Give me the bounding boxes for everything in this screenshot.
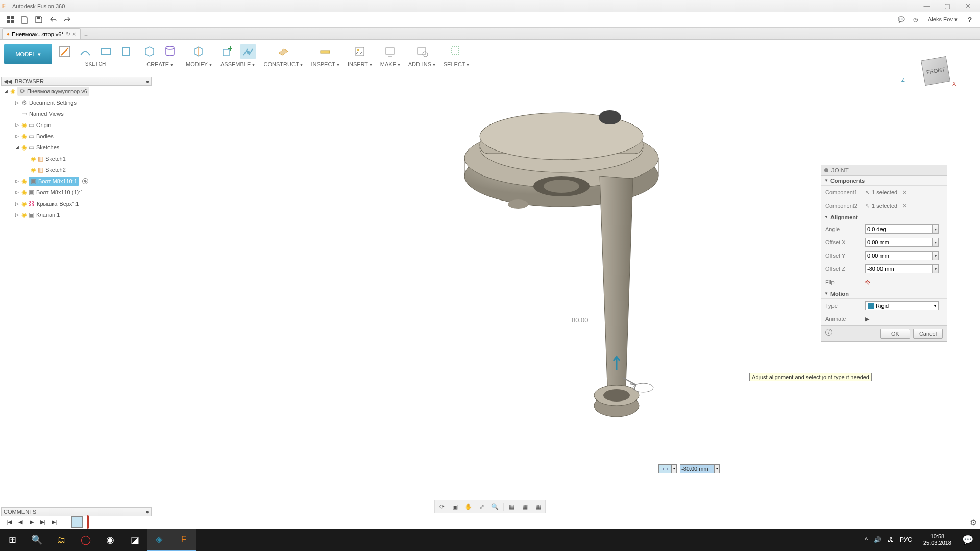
view-cube[interactable]: FRONT Z X [918, 56, 959, 97]
visibility-icon[interactable]: ◉ [21, 133, 27, 140]
inline-distance-field[interactable] [680, 464, 715, 473]
make-icon[interactable] [382, 44, 398, 59]
network-icon[interactable]: 🖧 [885, 536, 897, 543]
search-button[interactable]: 🔍 [24, 529, 49, 551]
user-menu[interactable]: Aleks Eov ▾ [923, 16, 963, 23]
window-close-button[interactable]: ✕ [958, 2, 978, 10]
app-icon-2[interactable]: ◈ [147, 529, 172, 551]
cancel-button[interactable]: Cancel [913, 329, 943, 339]
timeline-feature[interactable] [71, 516, 83, 528]
plane-icon[interactable] [276, 44, 291, 59]
offset-x-input[interactable] [865, 238, 933, 247]
help-icon[interactable]: ? [963, 13, 977, 27]
tree-item-origin[interactable]: Origin [36, 122, 51, 128]
taskbar-clock[interactable]: 10:58 25.03.2018 [919, 533, 955, 546]
expand-icon[interactable]: ▷ [14, 201, 19, 206]
expand-icon[interactable]: ▷ [14, 190, 19, 195]
tree-item-component[interactable]: Крышка"Верх":1 [37, 201, 79, 207]
tree-item-component[interactable]: ▣Болт М8х110:1 [29, 177, 79, 186]
measure-icon[interactable] [317, 44, 333, 59]
visibility-icon[interactable]: ◉ [21, 189, 27, 196]
spin-icon[interactable]: ▾ [933, 224, 939, 234]
file-menu-icon[interactable] [17, 13, 32, 27]
create-sketch-icon[interactable] [57, 44, 72, 59]
collapse-browser-icon[interactable]: ◀◀ [4, 78, 12, 85]
timeline-next-icon[interactable]: ▶| [39, 519, 47, 525]
rectangle-icon[interactable] [98, 44, 113, 59]
data-panel-icon[interactable] [3, 13, 17, 27]
tree-item-docsettings[interactable]: Document Settings [29, 99, 77, 106]
action-center-icon[interactable]: 💬 [955, 529, 980, 551]
visibility-icon[interactable]: ◉ [21, 200, 27, 207]
viewport[interactable]: 80.00 ⟷▾ ▾ [153, 71, 847, 515]
timeline-settings-icon[interactable]: ⚙ [970, 518, 977, 528]
file-explorer-icon[interactable]: 🗂 [49, 529, 74, 551]
window-minimize-button[interactable]: — [917, 2, 937, 10]
tree-item-sketch[interactable]: Sketch1 [45, 156, 66, 162]
viewcube-face[interactable]: FRONT [921, 56, 950, 86]
grid-settings-icon[interactable]: ▦ [519, 502, 531, 512]
fusion-taskbar-icon[interactable]: F [172, 529, 196, 551]
visibility-icon[interactable]: ◉ [31, 166, 36, 173]
expand-icon[interactable]: ▷ [14, 179, 19, 184]
expand-icon[interactable]: ▷ [14, 100, 19, 105]
app-icon-1[interactable]: ◪ [122, 529, 147, 551]
recover-icon[interactable]: ↻ [66, 31, 70, 37]
ok-button[interactable]: OK [880, 329, 910, 339]
info-icon[interactable]: i [825, 329, 832, 336]
visibility-icon[interactable]: ◉ [10, 88, 15, 95]
offset-z-input[interactable] [865, 264, 933, 273]
tree-item-sketches[interactable]: Sketches [36, 144, 59, 151]
press-pull-icon[interactable] [191, 44, 206, 59]
undo-icon[interactable] [46, 13, 60, 27]
angle-input[interactable] [865, 224, 933, 234]
browser-panel-header[interactable]: ◀◀ BROWSER ● [1, 77, 152, 86]
save-icon[interactable] [32, 13, 46, 27]
timeline-play-icon[interactable]: ▶ [28, 519, 36, 525]
insert-icon[interactable] [352, 44, 368, 59]
clear-selection-icon[interactable]: ✕ [902, 189, 907, 196]
rectangle2-icon[interactable] [118, 44, 134, 59]
visibility-icon[interactable]: ◉ [31, 155, 36, 162]
mode-dropdown-icon[interactable]: ▾ [672, 464, 677, 473]
expand-icon[interactable]: ▷ [14, 134, 19, 139]
section-components[interactable]: Components [821, 176, 947, 186]
visibility-icon[interactable]: ◉ [21, 121, 27, 129]
lookat-icon[interactable]: ▣ [449, 502, 461, 512]
component2-selection[interactable]: ↖1 selected✕ [865, 203, 907, 209]
timeline-marker[interactable] [87, 515, 89, 529]
orbit-icon[interactable]: ⟳ [436, 502, 448, 512]
section-alignment[interactable]: Alignment [821, 212, 947, 222]
spin-icon[interactable]: ▾ [933, 251, 939, 260]
select-icon[interactable] [449, 44, 464, 59]
tray-overflow-icon[interactable]: ^ [862, 536, 871, 543]
activate-radio-icon[interactable] [82, 178, 88, 184]
box-icon[interactable] [142, 44, 157, 59]
section-motion[interactable]: Motion [821, 289, 947, 299]
expand-icon[interactable]: ◢ [14, 145, 19, 150]
clear-selection-icon[interactable]: ✕ [902, 203, 907, 209]
spin-icon[interactable]: ▾ [933, 264, 939, 273]
component1-selection[interactable]: ↖1 selected✕ [865, 189, 907, 196]
motion-type-select[interactable]: Rigid▾ [865, 301, 939, 310]
redo-icon[interactable] [60, 13, 75, 27]
tree-item-bodies[interactable]: Bodies [36, 133, 54, 139]
addins-icon[interactable] [414, 44, 429, 59]
timeline-start-icon[interactable]: |◀ [5, 519, 13, 525]
cylinder-icon[interactable] [162, 44, 178, 59]
tree-item-sketch[interactable]: Sketch2 [45, 167, 66, 173]
expand-icon[interactable]: ◢ [3, 89, 8, 94]
new-tab-button[interactable]: ＋ [82, 32, 91, 39]
workspace-switcher[interactable]: MODEL▾ [4, 44, 52, 64]
zoom-icon[interactable]: ⤢ [476, 502, 488, 512]
expand-icon[interactable]: ▷ [14, 122, 19, 128]
lang-indicator[interactable]: РУС [897, 536, 915, 543]
visibility-icon[interactable]: ◉ [21, 178, 27, 185]
notifications-icon[interactable]: 💬 [894, 13, 909, 27]
visibility-icon[interactable]: ◉ [21, 144, 27, 151]
joint-dialog-header[interactable]: JOINT [821, 165, 947, 176]
close-tab-icon[interactable]: × [72, 31, 76, 38]
start-button[interactable]: ⊞ [0, 529, 24, 551]
expand-icon[interactable]: ▷ [14, 212, 19, 217]
dialog-grip-icon[interactable] [824, 168, 828, 172]
